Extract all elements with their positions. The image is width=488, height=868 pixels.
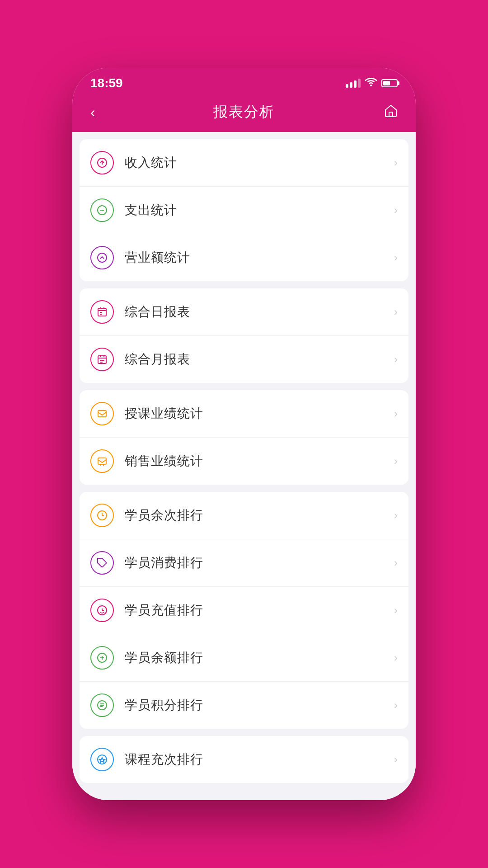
course-recharge-rank-icon [90,748,114,771]
daily-report-icon [90,300,114,324]
chevron-icon: › [394,407,398,420]
chevron-icon: › [394,455,398,467]
header: ‹ 报表分析 [72,95,416,132]
balance-rank-icon [90,646,114,670]
consume-rank-icon [90,551,114,575]
menu-item-teaching-perf[interactable]: 授课业绩统计 › [80,390,408,438]
chevron-icon: › [394,753,398,766]
remaining-rank-icon [90,504,114,527]
chevron-icon: › [394,204,398,217]
chevron-icon: › [394,651,398,664]
monthly-report-label: 综合月报表 [125,351,394,368]
menu-item-income-stats[interactable]: 收入统计 › [80,139,408,187]
chevron-icon: › [394,156,398,169]
chevron-icon: › [394,353,398,366]
recharge-rank-label: 学员充值排行 [125,602,394,619]
chevron-icon: › [394,251,398,264]
section-stats: 收入统计 › 支出统计 › [80,139,408,281]
chevron-icon: › [394,557,398,569]
menu-item-sales-perf[interactable]: 销售业绩统计 › [80,438,408,485]
chevron-icon: › [394,604,398,617]
status-bar: 18:59 [72,68,416,95]
status-icons [346,77,398,89]
points-rank-icon [90,693,114,717]
chevron-icon: › [394,306,398,318]
menu-item-expense-stats[interactable]: 支出统计 › [80,187,408,234]
menu-item-consume-rank[interactable]: 学员消费排行 › [80,539,408,587]
wifi-icon [365,77,377,89]
income-stats-icon [90,151,114,175]
svg-point-2 [98,253,107,262]
sales-perf-icon [90,449,114,473]
teaching-perf-label: 授课业绩统计 [125,405,394,422]
home-button[interactable] [375,104,398,121]
chevron-icon: › [394,699,398,712]
consume-rank-label: 学员消费排行 [125,554,394,571]
income-stats-label: 收入统计 [125,154,394,171]
remaining-rank-label: 学员余次排行 [125,507,394,524]
recharge-rank-icon [90,599,114,622]
menu-item-balance-rank[interactable]: 学员余额排行 › [80,634,408,682]
revenue-stats-icon [90,246,114,269]
battery-icon [381,79,398,87]
daily-report-label: 综合日报表 [125,303,394,321]
status-time: 18:59 [90,76,123,90]
back-button[interactable]: ‹ [90,104,113,121]
sales-perf-label: 销售业绩统计 [125,453,394,470]
svg-rect-3 [98,308,106,316]
phone-frame: 18:59 ‹ 报表分析 [72,68,416,800]
revenue-stats-label: 营业额统计 [125,249,394,266]
expense-stats-label: 支出统计 [125,202,394,219]
section-reports: 综合日报表 › 综合月报表 › [80,288,408,383]
menu-item-remaining-rank[interactable]: 学员余次排行 › [80,492,408,539]
course-recharge-rank-label: 课程充次排行 [125,751,394,768]
page-title: 报表分析 [213,102,275,122]
menu-item-revenue-stats[interactable]: 营业额统计 › [80,234,408,281]
chevron-icon: › [394,509,398,522]
expense-stats-icon [90,198,114,222]
menu-item-recharge-rank[interactable]: 学员充值排行 › [80,587,408,634]
menu-item-course-recharge-rank[interactable]: 课程充次排行 › [80,736,408,783]
section-course: 课程充次排行 › [80,736,408,783]
section-student-ranking: 学员余次排行 › 学员消费排行 › [80,492,408,729]
section-performance: 授课业绩统计 › 销售业绩统计 › [80,390,408,485]
content-area: 收入统计 › 支出统计 › [72,132,416,800]
menu-item-monthly-report[interactable]: 综合月报表 › [80,336,408,383]
balance-rank-label: 学员余额排行 [125,649,394,666]
menu-item-points-rank[interactable]: 学员积分排行 › [80,682,408,729]
points-rank-label: 学员积分排行 [125,697,394,714]
menu-item-daily-report[interactable]: 综合日报表 › [80,288,408,336]
monthly-report-icon [90,348,114,371]
teaching-perf-icon [90,402,114,425]
signal-bars-icon [346,79,361,88]
